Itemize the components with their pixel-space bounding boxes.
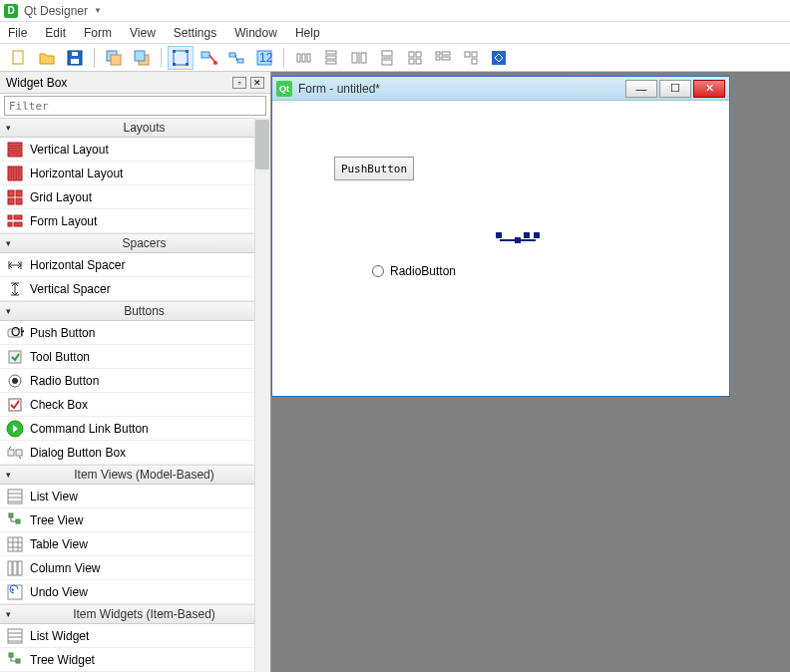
svg-rect-47 <box>13 167 17 180</box>
section-header[interactable]: ▾Buttons <box>0 301 270 321</box>
svg-rect-28 <box>382 51 392 56</box>
cmdlink-icon <box>6 420 24 438</box>
svg-rect-23 <box>326 56 336 59</box>
widget-tree[interactable]: ▾LayoutsVertical LayoutHorizontal Layout… <box>0 118 270 672</box>
chevron-down-icon: ▾ <box>6 306 18 316</box>
widget-item[interactable]: Tree View <box>0 508 270 532</box>
layout-grid-button[interactable] <box>402 46 428 70</box>
svg-text:OK: OK <box>11 325 24 339</box>
section-header[interactable]: ▾Item Views (Model-Based) <box>0 465 270 485</box>
widget-item[interactable]: Undo View <box>0 580 270 604</box>
colv-icon <box>6 559 24 577</box>
menu-help[interactable]: Help <box>295 26 320 40</box>
widget-item[interactable]: Tool Button <box>0 345 270 369</box>
edit-buddies-button[interactable] <box>223 46 249 70</box>
widget-item[interactable]: Vertical Layout <box>0 138 270 162</box>
widget-item[interactable]: Horizontal Spacer <box>0 253 270 277</box>
maximize-button[interactable]: ☐ <box>659 80 691 98</box>
edit-widgets-button[interactable] <box>168 46 194 70</box>
svg-rect-5 <box>111 55 121 65</box>
layout-form-button[interactable] <box>430 46 456 70</box>
menu-edit[interactable]: Edit <box>45 26 66 40</box>
layout-horizontal-button[interactable] <box>290 46 316 70</box>
break-layout-button[interactable] <box>458 46 484 70</box>
svg-point-14 <box>213 61 217 65</box>
open-file-button[interactable] <box>34 46 60 70</box>
close-button[interactable]: ✕ <box>693 80 725 98</box>
svg-rect-65 <box>16 450 22 456</box>
svg-rect-55 <box>8 222 12 226</box>
menu-file[interactable]: File <box>8 26 27 40</box>
grid-icon <box>6 188 24 206</box>
widget-item[interactable]: Vertical Spacer <box>0 277 270 301</box>
svg-rect-44 <box>8 148 22 152</box>
svg-rect-25 <box>352 53 357 63</box>
new-file-button[interactable] <box>6 46 32 70</box>
svg-rect-39 <box>465 52 470 57</box>
scrollbar-thumb[interactable] <box>255 120 269 169</box>
horizontal-spacer-widget[interactable] <box>496 232 540 248</box>
filter-field[interactable] <box>4 96 266 116</box>
svg-rect-46 <box>8 167 12 180</box>
layout-hsplit-button[interactable] <box>346 46 372 70</box>
bring-front-button[interactable] <box>129 46 155 70</box>
svg-rect-53 <box>8 215 12 219</box>
svg-rect-85 <box>9 653 13 657</box>
radiobutton-widget[interactable]: RadioButton <box>372 264 456 278</box>
widget-item-label: Undo View <box>30 585 88 599</box>
menu-view[interactable]: View <box>130 26 156 40</box>
widget-item[interactable]: Command Link Button <box>0 417 270 441</box>
widget-item[interactable]: Form Layout <box>0 209 270 233</box>
filter-input[interactable] <box>5 97 265 115</box>
section-label: Item Widgets (Item-Based) <box>18 607 270 621</box>
layout-vsplit-button[interactable] <box>374 46 400 70</box>
widget-item[interactable]: Horizontal Layout <box>0 162 270 185</box>
chevron-down-icon: ▾ <box>6 238 18 248</box>
panel-close-button[interactable]: ✕ <box>250 77 264 89</box>
widget-item[interactable]: Grid Layout <box>0 185 270 209</box>
minimize-button[interactable]: — <box>625 80 657 98</box>
treev-icon <box>6 651 24 669</box>
widget-item[interactable]: Column View <box>0 556 270 580</box>
widget-box-header: Widget Box ▫ ✕ <box>0 72 270 94</box>
section-header[interactable]: ▾Spacers <box>0 233 270 253</box>
svg-rect-9 <box>173 50 176 53</box>
titlebar-caret-icon: ▼ <box>94 6 102 15</box>
menu-settings[interactable]: Settings <box>174 26 216 40</box>
send-back-button[interactable] <box>101 46 127 70</box>
svg-rect-78 <box>13 561 17 575</box>
edit-signals-button[interactable] <box>196 46 221 70</box>
menu-form[interactable]: Form <box>84 26 112 40</box>
pushbutton-widget[interactable]: PushButton <box>334 157 414 180</box>
save-file-button[interactable] <box>62 46 88 70</box>
adjust-size-button[interactable] <box>486 46 512 70</box>
widget-item[interactable]: Dialog Button Box <box>0 441 270 465</box>
widget-item[interactable]: List Widget <box>0 624 270 648</box>
form-window[interactable]: Qt Form - untitled* — ☐ ✕ PushButton Rad… <box>271 76 730 397</box>
widget-item-label: Column View <box>30 561 100 575</box>
widget-item[interactable]: List View <box>0 485 270 508</box>
layout-vertical-button[interactable] <box>318 46 344 70</box>
panel-float-button[interactable]: ▫ <box>232 77 246 89</box>
edit-tab-order-button[interactable]: 123 <box>251 46 277 70</box>
widget-item-label: Tree View <box>30 513 83 527</box>
widget-item[interactable]: Tree Widget <box>0 648 270 672</box>
widget-item[interactable]: OKPush Button <box>0 321 270 345</box>
svg-rect-3 <box>72 52 78 56</box>
widget-item[interactable]: Table View <box>0 532 270 556</box>
svg-text:123: 123 <box>259 51 273 65</box>
svg-rect-43 <box>8 143 22 147</box>
form-titlebar[interactable]: Qt Form - untitled* — ☐ ✕ <box>272 77 729 101</box>
svg-rect-34 <box>416 59 421 64</box>
widget-item-label: Form Layout <box>30 214 97 228</box>
design-canvas[interactable]: Qt Form - untitled* — ☐ ✕ PushButton Rad… <box>271 72 790 672</box>
svg-rect-86 <box>16 659 20 663</box>
widget-item[interactable]: Check Box <box>0 393 270 417</box>
section-header[interactable]: ▾Layouts <box>0 118 270 138</box>
form-body[interactable]: PushButton RadioButton <box>272 101 729 396</box>
widget-item[interactable]: Radio Button <box>0 369 270 393</box>
scrollbar[interactable] <box>254 118 270 672</box>
section-header[interactable]: ▾Item Widgets (Item-Based) <box>0 604 270 624</box>
menu-window[interactable]: Window <box>234 26 277 40</box>
widget-item-label: Tool Button <box>30 350 90 364</box>
